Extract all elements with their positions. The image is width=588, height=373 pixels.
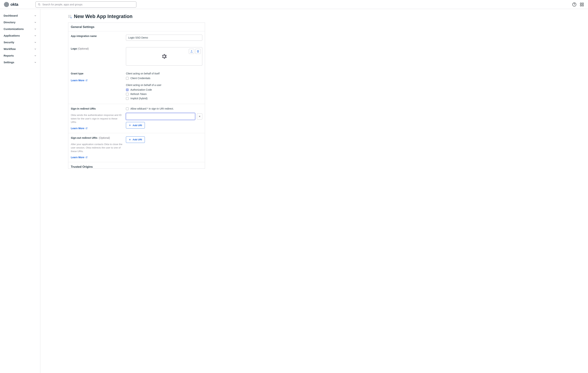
upload-icon [190,50,193,53]
checkbox-icon [126,97,129,100]
plus-icon [129,139,131,141]
logo-label: Logo (Optional) [71,47,122,50]
svg-rect-7 [582,5,584,6]
app-name-input[interactable] [126,35,202,41]
logo-upload-button[interactable] [189,49,194,54]
sidebar-item-reports[interactable]: Reports [0,52,40,59]
signin-add-uri-button[interactable]: Add URI [126,122,145,128]
svg-rect-6 [580,5,581,6]
search-icon [38,3,41,6]
sidebar-item-label: Customizations [4,27,24,31]
section-logo: Logo (Optional) [68,44,205,69]
sidebar-item-label: Directory [4,21,15,24]
sidebar-item-security[interactable]: Security [0,39,40,46]
svg-point-3 [574,5,575,6]
close-icon [199,115,201,117]
svg-line-1 [40,5,40,5]
signout-learn-more-link[interactable]: Learn More [71,156,88,159]
sidebar-item-applications[interactable]: Applications [0,32,40,39]
chevron-down-icon [34,34,37,37]
sidebar-item-label: Security [4,41,14,44]
search-input[interactable] [42,3,134,6]
apps-grid-icon [580,2,584,7]
checkbox-icon [126,107,129,110]
grant-group-user: Client acting on behalf of a user [126,84,202,86]
grant-type-label: Grant type [71,72,122,75]
sidebar: Dashboard Directory Customizations Appli… [0,9,40,373]
brand-name: okta [10,2,18,7]
brand-logo[interactable]: okta [4,2,18,7]
sidebar-item-customizations[interactable]: Customizations [0,26,40,32]
chevron-down-icon [34,28,37,30]
section-grant-type: Grant type Learn More Client acting on b… [68,69,205,104]
svg-rect-5 [582,3,584,4]
section-app-name: App integration name [68,31,205,44]
chk-allow-wildcard[interactable]: Allow wildcard * in sign-in URI redirect… [126,107,202,111]
chevron-down-icon [34,21,37,24]
chevron-down-icon [34,41,37,44]
signout-label: Sign-out redirect URIs (Optional) [71,136,122,139]
help-button[interactable] [572,2,577,7]
logo-preview [126,47,202,66]
chevron-down-icon [34,61,37,64]
general-settings-card: General Settings App integration name Lo… [68,22,205,169]
checkbox-icon [126,93,129,96]
help-icon [572,2,577,7]
gear-icon [161,53,167,60]
sidebar-item-label: Workflow [4,47,16,51]
page-title-row: + New Web App Integration [68,14,205,19]
chevron-down-icon [34,48,37,50]
page-title: New Web App Integration [74,14,133,19]
svg-point-0 [38,4,40,5]
grant-learn-more-link[interactable]: Learn More [71,79,88,82]
signin-label: Sign-in redirect URIs [71,107,122,110]
chk-client-credentials[interactable]: Client Credentials [126,76,202,80]
trusted-origins-title: Trusted Origins [68,162,205,169]
chevron-down-icon [34,14,37,17]
chk-authorization-code[interactable]: ✓ Authorization Code [126,88,202,92]
card-title: General Settings [68,23,205,31]
grant-group-self: Client acting on behalf of itself [126,72,202,75]
sidebar-item-directory[interactable]: Directory [0,19,40,26]
chk-implicit-hybrid[interactable]: Implicit (hybrid) [126,96,202,101]
trash-icon [197,50,199,53]
logo-delete-button[interactable] [195,49,201,54]
signout-help: After your application contacts Okta to … [71,143,122,153]
sidebar-item-settings[interactable]: Settings [0,59,40,66]
signin-help: Okta sends the authentication response a… [71,113,122,124]
plus-icon [129,124,131,127]
section-signin-uris: Sign-in redirect URIs Okta sends the aut… [68,104,205,133]
chevron-down-icon [34,54,37,57]
checkbox-icon [126,77,129,80]
sidebar-item-dashboard[interactable]: Dashboard [0,12,40,19]
signin-uri-input[interactable] [126,113,195,120]
checkbox-checked-icon: ✓ [126,88,129,91]
external-link-icon [85,79,88,81]
sidebar-item-label: Settings [4,61,14,64]
sidebar-item-label: Dashboard [4,14,18,17]
sidebar-item-label: Applications [4,34,20,37]
external-link-icon [85,156,88,158]
new-app-icon: + [68,15,72,18]
signout-add-uri-button[interactable]: Add URI [126,136,145,143]
topbar: okta [0,0,588,9]
sidebar-item-label: Reports [4,54,14,57]
global-search[interactable] [35,1,136,8]
apps-grid-button[interactable] [580,2,584,7]
signin-uri-remove-button[interactable] [197,113,202,119]
signin-learn-more-link[interactable]: Learn More [71,127,88,130]
chk-refresh-token[interactable]: Refresh Token [126,92,202,96]
section-signout-uris: Sign-out redirect URIs (Optional) After … [68,133,205,162]
external-link-icon [85,127,88,129]
svg-rect-4 [580,3,581,4]
okta-star-icon [4,2,9,7]
app-name-label: App integration name [71,35,122,37]
sidebar-item-workflow[interactable]: Workflow [0,46,40,52]
